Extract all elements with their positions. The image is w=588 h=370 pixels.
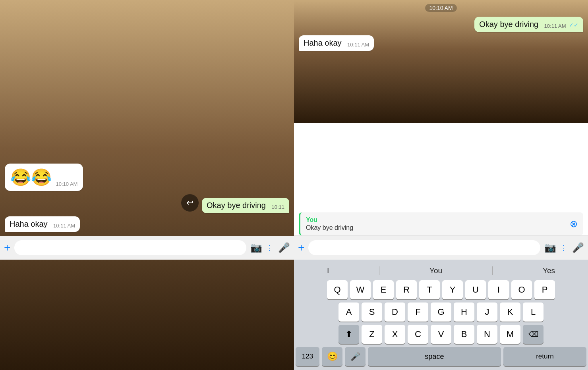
key-Y-right[interactable]: Y [442,280,463,299]
key-I-right[interactable]: I [488,280,509,299]
reply-quote-box: You Okay bye driving ⊗ [299,212,583,235]
key-U-right[interactable]: U [465,280,486,299]
left-chat-area: 😂😂 10:10 AM ↩ Okay bye driving 10:11 Hah… [0,0,294,236]
left-message-input[interactable] [14,240,246,255]
reply-arrow-icon: ↩ [186,198,193,208]
key-shift-right[interactable]: ⬆ [338,325,359,344]
left-mic-icon[interactable]: 🎤 [278,242,290,253]
right-more-icon[interactable]: ⋮ [560,243,568,252]
right-mic-icon[interactable]: 🎤 [572,242,584,253]
key-M-right[interactable]: M [500,325,520,344]
received-message-left: Haha okay [10,220,48,228]
reply-button[interactable]: ↩ [181,194,199,212]
key-K-right[interactable]: K [500,303,520,322]
key-F-right[interactable]: F [408,303,428,322]
suggestion-You-right[interactable]: You [425,265,447,277]
quote-sender-label: You [306,216,353,224]
key-V-right[interactable]: V [431,325,451,344]
right-kbd-row2: A S D F G H J K L [296,303,586,322]
right-kbd-row1: Q W E R T Y U I O P [296,280,586,299]
key-Z-right[interactable]: Z [362,325,382,344]
key-W-right[interactable]: W [350,280,371,299]
sent-bubble-right: Okay bye driving 10:11 AM ✓✓ [474,17,583,32]
suggestion-I-right[interactable]: I [322,265,334,277]
received-time-right: 10:11 AM [347,42,369,48]
right-panel: 10:10 AM Okay bye driving 10:11 AM ✓✓ Ha… [294,0,588,370]
key-B-right[interactable]: B [454,325,474,344]
key-delete-right[interactable]: ⌫ [523,325,544,344]
quote-close-button[interactable]: ⊗ [570,218,578,229]
key-Q-right[interactable]: Q [327,280,348,299]
suggestion-Yes-right[interactable]: Yes [538,265,560,277]
left-camera-icon[interactable]: 📷 [250,242,262,253]
key-J-right[interactable]: J [477,303,497,322]
double-tick-icon: ✓✓ [569,22,578,28]
key-S-right[interactable]: S [362,303,382,322]
received-message-right: Haha okay [304,39,342,47]
sent-time-right: 10:11 AM [544,23,566,29]
sent-message-left: Okay bye driving [207,201,266,210]
right-kbd-row3: ⬆ Z X C V B N M ⌫ [296,325,586,344]
key-space-right[interactable]: space [368,347,501,366]
emoji-bubble: 😂😂 10:10 AM [5,164,83,191]
emoji-content: 😂😂 [10,168,52,187]
key-X-right[interactable]: X [385,325,405,344]
left-more-icon[interactable]: ⋮ [266,243,274,252]
left-plus-button[interactable]: + [4,241,10,254]
right-camera-icon[interactable]: 📷 [544,242,556,253]
key-123-right[interactable]: 123 [296,347,319,366]
right-input-bar: + 📷 ⋮ 🎤 [294,236,588,260]
sent-message-right: Okay bye driving [479,20,538,29]
key-E-right[interactable]: E [373,280,394,299]
right-message-input[interactable] [308,240,540,255]
key-N-right[interactable]: N [477,325,497,344]
right-timestamp: 10:10 AM [425,4,456,12]
received-bubble-left: Haha okay 10:11 AM [5,216,80,232]
sent-time-left: 10:11 [271,204,284,210]
right-kbd-bottom: 123 😊 🎤 space return [296,347,586,366]
quote-content: You Okay bye driving [306,216,353,231]
key-O-right[interactable]: O [511,280,532,299]
right-white-area: You Okay bye driving ⊗ + 📷 ⋮ 🎤 [294,212,588,260]
key-C-right[interactable]: C [408,325,428,344]
received-bubble-right: Haha okay 10:11 AM [299,35,374,51]
key-A-right[interactable]: A [338,303,359,322]
key-G-right[interactable]: G [431,303,451,322]
left-input-bar: + 📷 ⋮ 🎤 [0,236,294,260]
key-return-right[interactable]: return [503,347,586,366]
key-R-right[interactable]: R [396,280,417,299]
right-chat-area: 10:10 AM Okay bye driving 10:11 AM ✓✓ Ha… [294,0,588,212]
key-mic-right[interactable]: 🎤 [345,347,366,366]
sent-bubble-left: Okay bye driving 10:11 [202,198,289,213]
key-emoji-right[interactable]: 😊 [322,347,342,366]
right-plus-button[interactable]: + [298,241,304,254]
divider2-right [492,266,493,275]
key-P-right[interactable]: P [534,280,555,299]
left-panel: 😂😂 10:10 AM ↩ Okay bye driving 10:11 Hah… [0,0,294,370]
key-D-right[interactable]: D [385,303,405,322]
right-suggestions: I You Yes [296,263,586,279]
key-H-right[interactable]: H [454,303,474,322]
key-L-right[interactable]: L [523,303,544,322]
key-T-right[interactable]: T [419,280,440,299]
right-keyboard: I You Yes Q W E R T Y U I O P A S D F G … [294,260,588,370]
emoji-time: 10:10 AM [56,181,77,187]
received-time-left: 10:11 AM [53,223,75,229]
divider1-right [379,266,379,275]
quote-message-text: Okay bye driving [306,224,353,231]
